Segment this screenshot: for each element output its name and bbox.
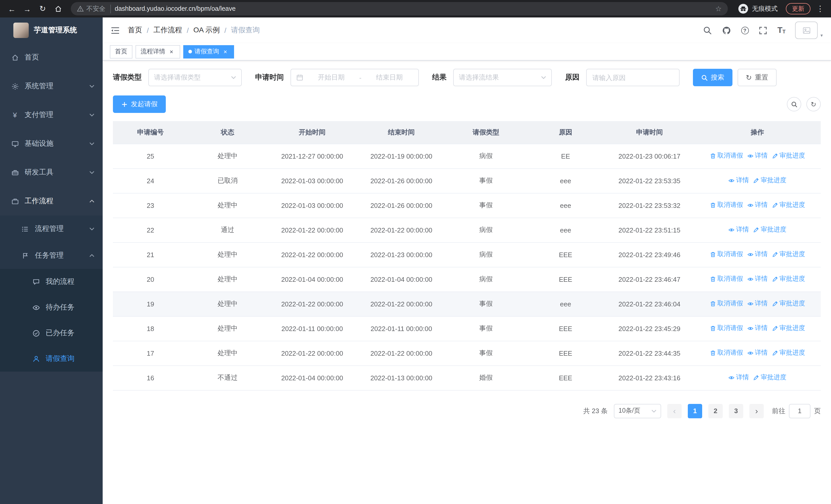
sidebar-item-todo-tasks[interactable]: 待办任务	[0, 295, 103, 320]
search-button-label: 搜索	[711, 73, 724, 82]
result-select[interactable]: 请选择流结果	[453, 69, 552, 86]
detail-link[interactable]: 详情	[747, 324, 768, 333]
detail-link[interactable]: 详情	[747, 152, 768, 160]
progress-link[interactable]: 审批进度	[772, 299, 805, 308]
browser-update-button[interactable]: 更新	[786, 3, 810, 14]
cancel-leave-link[interactable]: 取消请假	[710, 152, 743, 160]
cell-reason: eee	[526, 217, 605, 242]
col-apply-time: 申请时间	[605, 121, 694, 144]
sidebar-item-done-tasks[interactable]: 已办任务	[0, 320, 103, 346]
cancel-leave-link[interactable]: 取消请假	[710, 250, 743, 259]
chevron-up-icon	[89, 200, 94, 203]
page-button-1[interactable]: 1	[688, 404, 702, 418]
reason-input[interactable]	[586, 69, 680, 86]
tab-leave-query[interactable]: 请假查询 ×	[183, 45, 234, 58]
breadcrumb-home[interactable]: 首页	[128, 26, 142, 35]
breadcrumb: 首页 / 工作流程 / OA 示例 / 请假查询	[128, 26, 260, 35]
progress-link[interactable]: 审批进度	[753, 374, 786, 382]
action-label: 取消请假	[717, 299, 743, 308]
progress-link[interactable]: 审批进度	[772, 152, 805, 160]
search-icon[interactable]	[703, 26, 712, 35]
cancel-leave-link[interactable]: 取消请假	[710, 324, 743, 333]
font-size-icon[interactable]: TT	[777, 26, 785, 34]
detail-link[interactable]: 详情	[747, 299, 768, 308]
tab-process-detail[interactable]: 流程详情 ×	[136, 45, 180, 58]
detail-link[interactable]: 详情	[728, 226, 749, 234]
detail-link[interactable]: 详情	[747, 250, 768, 259]
progress-link[interactable]: 审批进度	[772, 275, 805, 284]
sidebar-item-leave-query[interactable]: 请假查询	[0, 346, 103, 372]
progress-link[interactable]: 审批进度	[772, 201, 805, 210]
breadcrumb-workflow[interactable]: 工作流程	[153, 26, 182, 35]
sidebar-item-infrastructure[interactable]: 基础设施	[0, 129, 103, 158]
browser-back-icon[interactable]: ←	[5, 2, 19, 16]
search-icon	[791, 101, 797, 108]
close-tab-icon[interactable]: ×	[168, 48, 175, 55]
detail-link[interactable]: 详情	[728, 374, 749, 382]
search-button[interactable]: 搜索	[693, 69, 733, 86]
browser-menu-icon[interactable]: ⋮	[814, 4, 826, 13]
sidebar-toggle-icon[interactable]	[103, 26, 128, 34]
sidebar-item-system[interactable]: 系统管理	[0, 72, 103, 100]
sidebar-item-my-processes[interactable]: 我的流程	[0, 269, 103, 295]
progress-link[interactable]: 审批进度	[772, 349, 805, 357]
detail-link[interactable]: 详情	[747, 275, 768, 284]
sidebar-item-payment[interactable]: ¥ 支付管理	[0, 100, 103, 129]
create-leave-button[interactable]: 发起请假	[113, 95, 166, 113]
breadcrumb-oa-example[interactable]: OA 示例	[194, 26, 220, 35]
leave-table: 申请编号 状态 开始时间 结束时间 请假类型 原因 申请时间 操作 25处理中2…	[113, 121, 821, 390]
detail-link[interactable]: 详情	[747, 201, 768, 210]
browser-reload-icon[interactable]: ↻	[36, 2, 49, 16]
page-size-select[interactable]: 10条/页	[614, 404, 661, 418]
detail-link[interactable]: 详情	[728, 176, 749, 185]
cancel-leave-link[interactable]: 取消请假	[710, 349, 743, 357]
close-tab-icon[interactable]: ×	[222, 48, 229, 55]
leave-type-select[interactable]: 请选择请假类型	[148, 69, 242, 86]
page-button-2[interactable]: 2	[708, 404, 723, 418]
progress-link[interactable]: 审批进度	[753, 226, 786, 234]
toggle-search-button[interactable]	[787, 97, 801, 111]
detail-link[interactable]: 详情	[747, 349, 768, 357]
browser-home-icon[interactable]	[51, 2, 65, 16]
bookmark-star-icon[interactable]: ☆	[715, 5, 722, 13]
sidebar-item-task-mgmt[interactable]: 任务管理	[0, 242, 103, 269]
user-menu[interactable]: ▾	[795, 22, 823, 39]
progress-link[interactable]: 审批进度	[772, 250, 805, 259]
progress-link[interactable]: 审批进度	[772, 324, 805, 333]
sidebar-item-home[interactable]: 首页	[0, 43, 103, 72]
cancel-leave-link[interactable]: 取消请假	[710, 201, 743, 210]
table-row: 21处理中2022-01-22 00:00:002022-01-23 00:00…	[113, 242, 821, 267]
edit-icon	[753, 178, 759, 184]
sidebar-item-workflow[interactable]: 工作流程	[0, 187, 103, 215]
github-icon[interactable]	[722, 26, 731, 35]
reset-button[interactable]: ↻ 重置	[738, 69, 776, 86]
cancel-leave-link[interactable]: 取消请假	[710, 299, 743, 308]
eye-icon	[747, 350, 753, 356]
tab-home[interactable]: 首页	[110, 45, 133, 58]
url-text[interactable]: dashboard.yudao.iocoder.cn/bpm/oa/leave	[115, 5, 711, 12]
browser-forward-icon[interactable]: →	[21, 2, 34, 16]
prev-page-button[interactable]: ‹	[667, 404, 682, 418]
page-button-3[interactable]: 3	[729, 404, 743, 418]
security-warning[interactable]: 不安全	[77, 4, 111, 13]
cell-status: 处理中	[188, 292, 267, 316]
refresh-table-button[interactable]: ↻	[806, 97, 821, 111]
app-logo[interactable]: 芋道管理系统	[0, 18, 103, 43]
goto-page-input[interactable]	[789, 404, 810, 418]
cell-actions: 详情审批进度	[694, 168, 821, 193]
cell-start-time: 2022-01-22 00:00:00	[267, 242, 357, 267]
help-icon[interactable]: ?	[741, 26, 749, 34]
briefcase-icon	[11, 197, 19, 205]
sidebar-item-devtools[interactable]: 研发工具	[0, 158, 103, 187]
apply-time-range-picker[interactable]: 开始日期 - 结束日期	[290, 69, 419, 86]
cell-start-time: 2022-01-11 00:00:00	[267, 316, 357, 341]
sidebar-item-process-mgmt[interactable]: 流程管理	[0, 215, 103, 242]
col-apply-id: 申请编号	[113, 121, 188, 144]
next-page-button[interactable]: ›	[749, 404, 764, 418]
action-label: 详情	[755, 299, 768, 308]
address-bar[interactable]: 不安全 dashboard.yudao.iocoder.cn/bpm/oa/le…	[71, 2, 728, 16]
cancel-leave-link[interactable]: 取消请假	[710, 275, 743, 284]
progress-link[interactable]: 审批进度	[753, 176, 786, 185]
fullscreen-icon[interactable]	[758, 26, 768, 35]
table-toolbar: 发起请假 ↻	[113, 95, 821, 113]
